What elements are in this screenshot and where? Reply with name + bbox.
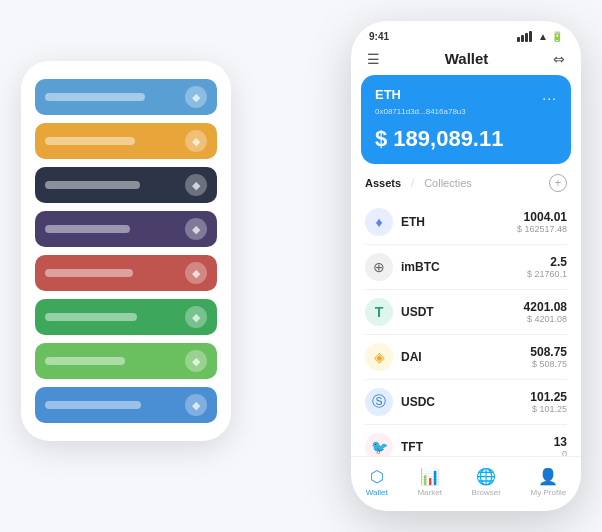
profile-nav[interactable]: 👤My Profile (531, 467, 567, 497)
bg-card: ◆ (35, 343, 217, 379)
profile-nav-label: My Profile (531, 488, 567, 497)
market-nav-label: Market (417, 488, 441, 497)
status-icons: ▲ 🔋 (517, 31, 563, 42)
browser-nav-icon: 🌐 (476, 467, 496, 486)
market-nav[interactable]: 📊Market (417, 467, 441, 497)
bg-card: ◆ (35, 211, 217, 247)
eth-card-dots[interactable]: ... (542, 87, 557, 103)
foreground-phone: 9:41 ▲ 🔋 ☰ Wallet ⇔ ETH ... (351, 21, 581, 511)
asset-amounts-imbtc: 2.5 $ 21760.1 (527, 255, 567, 279)
market-nav-icon: 📊 (420, 467, 440, 486)
assets-tabs: Assets / Collecties (365, 177, 472, 189)
wallet-nav[interactable]: ⬡Wallet (366, 467, 388, 497)
profile-nav-icon: 👤 (538, 467, 558, 486)
background-phone: ◆◆◆◆◆◆◆◆ (21, 61, 231, 441)
asset-name-usdc: USDC (401, 395, 530, 409)
asset-icon-imbtc: ⊕ (365, 253, 393, 281)
eth-card-label: ETH (375, 87, 401, 102)
asset-item[interactable]: ♦ ETH 1004.01 $ 162517.48 (365, 200, 567, 245)
nav-title: Wallet (445, 50, 489, 67)
asset-amounts-dai: 508.75 $ 508.75 (530, 345, 567, 369)
asset-icon-usdc: Ⓢ (365, 388, 393, 416)
tab-collecties[interactable]: Collecties (424, 177, 472, 189)
bg-card: ◆ (35, 299, 217, 335)
status-bar: 9:41 ▲ 🔋 (351, 21, 581, 46)
asset-amounts-tft: 13 0 (554, 435, 567, 456)
time: 9:41 (369, 31, 389, 42)
asset-amounts-usdc: 101.25 $ 101.25 (530, 390, 567, 414)
menu-icon[interactable]: ☰ (367, 51, 380, 67)
bg-card: ◆ (35, 167, 217, 203)
wallet-nav-label: Wallet (366, 488, 388, 497)
asset-name-eth: ETH (401, 215, 517, 229)
asset-item[interactable]: ◈ DAI 508.75 $ 508.75 (365, 335, 567, 380)
asset-item[interactable]: Ⓢ USDC 101.25 $ 101.25 (365, 380, 567, 425)
bottom-nav: ⬡Wallet📊Market🌐Browser👤My Profile (351, 456, 581, 511)
scene: ◆◆◆◆◆◆◆◆ 9:41 ▲ 🔋 ☰ Wallet ⇔ (21, 21, 581, 511)
asset-icon-tft: 🐦 (365, 433, 393, 456)
add-asset-button[interactable]: + (549, 174, 567, 192)
eth-card-header: ETH ... (375, 87, 557, 103)
eth-address: 0x08711d3d...8416a78u3 (375, 107, 557, 116)
top-nav: ☰ Wallet ⇔ (351, 46, 581, 75)
expand-icon[interactable]: ⇔ (553, 51, 565, 67)
eth-card[interactable]: ETH ... 0x08711d3d...8416a78u3 $ 189,089… (361, 75, 571, 164)
asset-icon-dai: ◈ (365, 343, 393, 371)
asset-list: ♦ ETH 1004.01 $ 162517.48 ⊕ imBTC 2.5 $ … (351, 200, 581, 456)
asset-amounts-eth: 1004.01 $ 162517.48 (517, 210, 567, 234)
asset-item[interactable]: T USDT 4201.08 $ 4201.08 (365, 290, 567, 335)
wallet-nav-icon: ⬡ (370, 467, 384, 486)
asset-icon-eth: ♦ (365, 208, 393, 236)
asset-item[interactable]: 🐦 TFT 13 0 (365, 425, 567, 456)
eth-amount: $ 189,089.11 (375, 126, 557, 152)
browser-nav-label: Browser (472, 488, 501, 497)
asset-name-imbtc: imBTC (401, 260, 527, 274)
bg-card: ◆ (35, 123, 217, 159)
assets-header: Assets / Collecties + (351, 174, 581, 200)
asset-amounts-usdt: 4201.08 $ 4201.08 (524, 300, 567, 324)
bg-card: ◆ (35, 387, 217, 423)
asset-icon-usdt: T (365, 298, 393, 326)
asset-item[interactable]: ⊕ imBTC 2.5 $ 21760.1 (365, 245, 567, 290)
bg-card: ◆ (35, 255, 217, 291)
asset-name-usdt: USDT (401, 305, 524, 319)
browser-nav[interactable]: 🌐Browser (472, 467, 501, 497)
bg-card: ◆ (35, 79, 217, 115)
asset-name-tft: TFT (401, 440, 554, 454)
asset-name-dai: DAI (401, 350, 530, 364)
tab-assets[interactable]: Assets (365, 177, 401, 189)
